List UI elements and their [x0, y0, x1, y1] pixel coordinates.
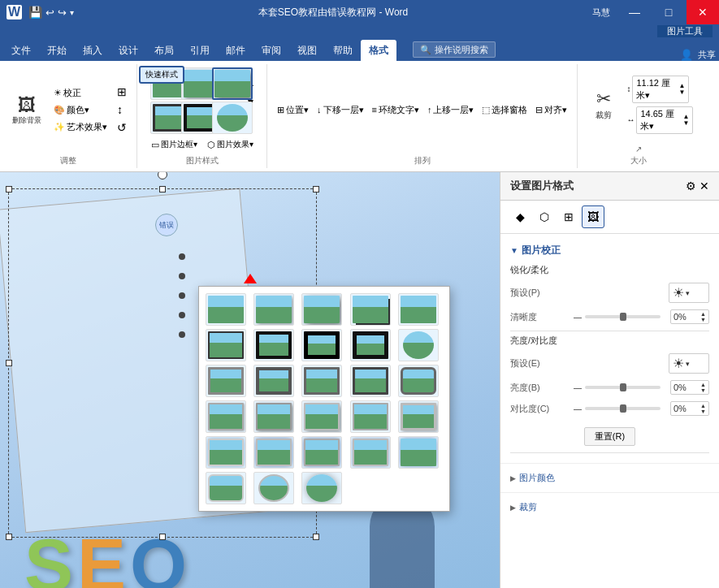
tab-home[interactable]: 开始: [39, 40, 75, 61]
redo-icon[interactable]: ↪: [58, 6, 67, 19]
clarity-down[interactable]: ▼: [700, 317, 706, 322]
reset-image-button[interactable]: ↺: [114, 119, 130, 136]
share-label[interactable]: 共享: [698, 49, 716, 61]
picture-effects-button[interactable]: ⬡ 图片效果▾: [204, 137, 257, 152]
quick-style-preview-6[interactable]: [212, 102, 253, 134]
qs-item-2[interactable]: [253, 293, 294, 326]
qs-item-24[interactable]: [350, 436, 391, 469]
tab-layout[interactable]: 布局: [146, 40, 182, 61]
crop-section: ▶ 裁剪: [500, 492, 719, 521]
title-bar-left: W 💾 ↩ ↪ ▾: [6, 5, 74, 19]
contrast-input[interactable]: 0% ▲ ▼: [670, 401, 709, 416]
qs-item-27[interactable]: [253, 472, 294, 504]
tab-help[interactable]: 帮助: [325, 40, 361, 61]
preset-p-dropdown[interactable]: ☀ ▾: [669, 283, 709, 303]
qs-item-16[interactable]: [206, 400, 246, 433]
correction-header[interactable]: ▼ 图片校正: [510, 240, 709, 261]
qs-item-23[interactable]: [301, 436, 342, 469]
qs-item-12[interactable]: [253, 365, 294, 397]
maximize-button[interactable]: □: [652, 0, 685, 24]
tab-references[interactable]: 引用: [182, 40, 218, 61]
search-box[interactable]: 🔍 操作说明搜索: [413, 41, 496, 58]
tab-review[interactable]: 审阅: [253, 40, 289, 61]
tab-view[interactable]: 视图: [289, 40, 325, 61]
qs-item-4[interactable]: [350, 293, 391, 326]
brightness-input[interactable]: 0% ▲ ▼: [670, 380, 709, 395]
quick-styles-button[interactable]: 快速样式: [139, 66, 184, 84]
error-badge[interactable]: 错误: [155, 214, 178, 236]
qs-item-17[interactable]: [253, 400, 294, 433]
tab-file[interactable]: 文件: [3, 40, 39, 61]
qs-item-21[interactable]: [206, 436, 246, 469]
panel-tab-picture[interactable]: 🖼: [582, 205, 604, 228]
selection-pane-button[interactable]: ⬚ 选择窗格: [479, 102, 531, 118]
reset-button[interactable]: 重置(R): [584, 427, 635, 446]
change-image-button[interactable]: ↕: [114, 102, 130, 118]
qs-item-26[interactable]: [206, 472, 246, 504]
qs-item-6[interactable]: [206, 329, 246, 361]
remove-background-button[interactable]: 🖼 删除背景: [6, 86, 47, 133]
panel-tab-fill[interactable]: ◆: [509, 205, 531, 228]
bring-forward-button[interactable]: ↑ 上移一层▾: [424, 102, 478, 118]
artistic-effect-button[interactable]: ✨ 艺术效果▾: [50, 119, 110, 135]
height-down[interactable]: ▼: [679, 89, 686, 96]
qs-item-19[interactable]: [350, 400, 391, 433]
panel-tab-effects[interactable]: ⬡: [533, 205, 556, 228]
size-expand-icon[interactable]: ↗: [635, 145, 642, 153]
clarity-slider[interactable]: [585, 315, 661, 318]
panel-tab-layout[interactable]: ⊞: [557, 205, 580, 228]
qs-item-3[interactable]: [301, 293, 342, 326]
qs-item-18[interactable]: [301, 400, 342, 433]
align-button[interactable]: ⊟ 对齐▾: [532, 102, 570, 118]
tab-format[interactable]: 格式: [361, 40, 396, 61]
qs-item-7[interactable]: [253, 329, 294, 361]
qs-item-10[interactable]: [398, 329, 439, 361]
contrast-up[interactable]: ▲: [700, 403, 706, 409]
picture-color-header[interactable]: ▶ 图片颜色: [510, 469, 709, 487]
qs-item-1[interactable]: [206, 293, 246, 326]
contrast-down[interactable]: ▼: [700, 409, 706, 414]
save-icon[interactable]: 💾: [28, 6, 42, 19]
qs-item-5[interactable]: [398, 293, 439, 326]
qs-item-9[interactable]: [350, 329, 391, 361]
qs-item-25[interactable]: [398, 436, 439, 469]
compress-button[interactable]: ⊞: [114, 84, 130, 100]
qs-item-28[interactable]: [301, 472, 342, 504]
preset-p-chevron: ▾: [686, 289, 690, 297]
tab-design[interactable]: 设计: [110, 40, 146, 61]
tab-insert[interactable]: 插入: [75, 40, 110, 61]
contrast-row: 对比度(C) — 0% ▲ ▼: [510, 398, 709, 419]
quick-style-preview-3[interactable]: [212, 67, 253, 100]
send-backward-button[interactable]: ↓ 下移一层▾: [314, 102, 367, 118]
panel-settings-icon[interactable]: ⚙: [686, 179, 696, 192]
qs-item-13[interactable]: [301, 365, 342, 397]
correct-button[interactable]: ☀ 校正: [50, 85, 110, 101]
preset-e-dropdown[interactable]: ☀ ▾: [669, 353, 709, 374]
clarity-up[interactable]: ▲: [700, 311, 706, 317]
position-button[interactable]: ⊞ 位置▾: [274, 102, 312, 118]
tab-mailings[interactable]: 邮件: [218, 40, 253, 61]
color-button[interactable]: 🎨 颜色▾: [50, 102, 110, 118]
crop-header[interactable]: ▶ 裁剪: [510, 498, 709, 517]
minimize-button[interactable]: —: [618, 0, 651, 24]
brightness-down[interactable]: ▼: [700, 387, 706, 393]
brightness-up[interactable]: ▲: [700, 382, 706, 387]
undo-icon[interactable]: ↩: [45, 6, 54, 19]
qs-item-22[interactable]: [253, 436, 294, 469]
qs-item-20[interactable]: [398, 400, 439, 433]
crop-button[interactable]: ✂ 裁剪: [584, 81, 623, 128]
width-input[interactable]: 14.65 厘米▾ ▲ ▼: [636, 106, 693, 134]
qs-item-14[interactable]: [350, 365, 391, 397]
panel-close-icon[interactable]: ✕: [700, 179, 709, 192]
wrap-text-button[interactable]: ≡ 环绕文字▾: [369, 102, 422, 118]
qs-item-15[interactable]: [398, 365, 439, 397]
width-down[interactable]: ▼: [683, 120, 690, 127]
height-input[interactable]: 11.12 厘米▾ ▲ ▼: [632, 76, 689, 103]
close-button[interactable]: ✕: [687, 0, 719, 24]
qs-item-11[interactable]: [206, 365, 246, 397]
clarity-input[interactable]: 0% ▲ ▼: [670, 309, 709, 324]
picture-border-button[interactable]: ▭ 图片边框▾: [148, 137, 201, 152]
contrast-slider[interactable]: [585, 407, 661, 410]
brightness-slider[interactable]: [585, 386, 661, 389]
qs-item-8[interactable]: [301, 329, 342, 361]
